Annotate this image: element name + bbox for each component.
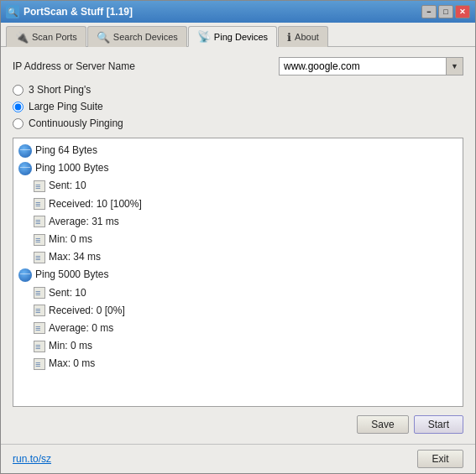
radio-group: 3 Short Ping's Large Ping Suite Continuo… [13,82,463,131]
tree-item: Min: 0 ms [17,231,459,248]
title-bar-controls: − □ ✕ [421,5,470,18]
tree-item: Average: 0 ms [17,320,459,337]
title-bar-left: 🔍 PortScan & Stuff [1.19] [6,5,133,18]
tree-item-label: Average: 31 ms [49,214,119,230]
start-button[interactable]: Start [414,415,463,434]
ip-row: IP Address or Server Name ▼ [13,57,463,76]
tree-item: Received: 0 [0%] [17,302,459,320]
tree-item: Ping 5000 Bytes [17,266,459,284]
radio-short-ping-label: 3 Short Ping's [29,84,91,96]
title-bar: 🔍 PortScan & Stuff [1.19] − □ ✕ [1,1,475,23]
save-button[interactable]: Save [357,415,408,434]
tab-ping-devices[interactable]: 📡 Ping Devices [188,26,277,47]
tab-search-devices-label: Search Devices [113,32,178,42]
ip-dropdown-button[interactable]: ▼ [447,57,463,76]
maximize-button[interactable]: □ [438,5,453,18]
bottom-bar: run.to/sz Exit [1,444,475,473]
exit-button[interactable]: Exit [417,450,463,468]
radio-large-ping[interactable]: Large Ping Suite [13,101,463,112]
radio-short-ping[interactable]: 3 Short Ping's [13,84,463,96]
tree-item-label: Sent: 10 [49,285,86,301]
radio-continuous-ping-label: Continuously Pinging [29,117,123,129]
radio-large-ping-input[interactable] [13,102,24,112]
radio-large-ping-label: Large Ping Suite [29,101,103,112]
tree-item: Sent: 10 [17,177,459,195]
tree-item-label: Ping 5000 Bytes [35,267,108,283]
results-box[interactable]: Ping 64 BytesPing 1000 BytesSent: 10Rece… [13,138,463,407]
footer-link[interactable]: run.to/sz [13,453,51,465]
ping-icon [18,268,32,282]
footer-row: Save Start [13,414,463,434]
tree-item-label: Received: 0 [0%] [49,303,125,319]
about-icon: ℹ [287,31,291,44]
tab-about-label: About [295,32,319,42]
ip-input[interactable] [279,57,447,76]
stat-icon [34,287,45,299]
tree-item-label: Average: 0 ms [49,320,113,336]
stat-icon [34,216,45,227]
stat-icon [34,305,45,316]
dropdown-arrow-icon: ▼ [451,62,458,70]
radio-continuous-ping-input[interactable] [13,118,24,129]
content-area: IP Address or Server Name ▼ 3 Short Ping… [1,47,475,444]
ip-label: IP Address or Server Name [13,60,135,72]
stat-icon [34,341,45,352]
radio-short-ping-input[interactable] [13,85,24,96]
ip-combo: ▼ [279,57,463,76]
radio-continuous-ping[interactable]: Continuously Pinging [13,117,463,129]
stat-icon [34,358,45,370]
tree-item-label: Sent: 10 [49,178,86,194]
stat-icon [34,252,45,263]
tab-bar: 🔌 Scan Ports 🔍 Search Devices 📡 Ping Dev… [1,23,475,47]
tree-item: Max: 0 ms [17,355,459,372]
stat-icon [34,198,45,210]
tree-item: Received: 10 [100%] [17,195,459,213]
tab-search-devices[interactable]: 🔍 Search Devices [87,26,187,47]
ping-icon [18,144,32,158]
tab-about[interactable]: ℹ About [278,26,328,47]
tree-item-label: Max: 34 ms [49,249,101,265]
tree-item: Sent: 10 [17,284,459,302]
scan-ports-icon: 🔌 [15,31,29,44]
app-icon: 🔍 [6,5,19,18]
stat-icon [34,180,45,192]
close-button[interactable]: ✕ [455,5,470,18]
tree-item-label: Ping 64 Bytes [35,143,97,159]
tab-scan-ports-label: Scan Ports [32,32,77,42]
ping-devices-icon: 📡 [197,30,211,43]
tree-item-label: Ping 1000 Bytes [35,160,108,176]
tree-item: Max: 34 ms [17,248,459,266]
window-title: PortScan & Stuff [1.19] [24,6,133,18]
tree-item-label: Min: 0 ms [49,338,92,354]
tree-item-label: Max: 0 ms [49,356,95,372]
tab-scan-ports[interactable]: 🔌 Scan Ports [6,26,86,47]
tree-item: Ping 1000 Bytes [17,159,459,177]
tree-item-label: Min: 0 ms [49,232,92,247]
tree-item: Average: 31 ms [17,213,459,231]
ping-icon [18,162,32,175]
tree-item: Ping 64 Bytes [17,142,459,159]
search-devices-icon: 🔍 [97,31,110,44]
stat-icon [34,234,45,246]
minimize-button[interactable]: − [421,5,437,18]
main-window: 🔍 PortScan & Stuff [1.19] − □ ✕ 🔌 Scan P… [0,0,476,474]
tab-ping-devices-label: Ping Devices [214,32,268,42]
stat-icon [34,322,45,334]
tree-item: Min: 0 ms [17,337,459,355]
tree-item-label: Received: 10 [100%] [49,196,142,212]
